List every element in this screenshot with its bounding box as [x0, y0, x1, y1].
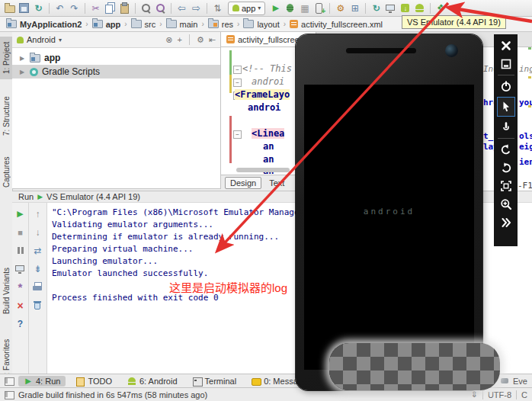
- undo-icon[interactable]: ↶: [53, 2, 66, 14]
- line-separator-icon[interactable]: ⇕: [471, 390, 478, 399]
- rotate-left-icon[interactable]: [498, 142, 514, 157]
- folder-icon: [131, 20, 142, 28]
- breadcrumb-item[interactable]: MyApplication2: [5, 20, 83, 29]
- run-toolbar-console: ↑ ↓ ⇄ ⇟: [29, 203, 47, 374]
- save-icon[interactable]: [18, 2, 30, 14]
- breadcrumb-item[interactable]: app: [91, 20, 123, 29]
- project-folder-icon: [6, 20, 17, 28]
- sdk-manager-icon[interactable]: [399, 2, 412, 14]
- sidebar-item-captures[interactable]: Captures: [0, 149, 12, 196]
- error-stripe-mark[interactable]: [528, 105, 531, 107]
- rerun-icon[interactable]: ▶: [14, 207, 27, 220]
- help-icon[interactable]: ?: [449, 2, 462, 14]
- minimize-icon[interactable]: [498, 56, 514, 72]
- emulator-screen[interactable]: android: [304, 85, 474, 370]
- pause-icon[interactable]: [14, 244, 27, 257]
- breadcrumb-item[interactable]: main: [165, 20, 200, 29]
- help-run-icon[interactable]: ?: [14, 317, 27, 330]
- redo-icon[interactable]: ↷: [68, 2, 81, 14]
- close-icon[interactable]: [498, 38, 514, 53]
- window-toggle-icon[interactable]: [5, 390, 14, 399]
- monitor-icon[interactable]: [14, 262, 27, 275]
- fold-marker-icon[interactable]: −: [233, 130, 242, 139]
- cursor-icon[interactable]: [497, 97, 515, 117]
- paste-icon[interactable]: [118, 2, 131, 14]
- breadcrumb-item[interactable]: src: [130, 20, 158, 29]
- power-icon[interactable]: [498, 79, 514, 94]
- trash-icon[interactable]: [31, 299, 44, 312]
- gradle-sync-icon[interactable]: ↻: [370, 2, 383, 14]
- status-divider: [516, 390, 517, 399]
- project-structure-icon[interactable]: ⊞: [348, 2, 361, 14]
- close-run-icon[interactable]: ×: [14, 299, 27, 312]
- run-icon[interactable]: ▶: [269, 2, 282, 14]
- code-fragment: -F1DD: [518, 181, 532, 191]
- fit-screen-icon[interactable]: [498, 178, 514, 194]
- tab-run[interactable]: ▶ 4: Run: [18, 376, 66, 387]
- attach-debugger-icon[interactable]: [312, 2, 325, 14]
- debug-icon[interactable]: [284, 2, 296, 14]
- breadcrumb-item[interactable]: layout: [242, 20, 280, 29]
- stop-icon[interactable]: ■: [14, 226, 27, 239]
- error-stripe-mark[interactable]: [528, 47, 531, 50]
- fold-marker-icon[interactable]: −: [233, 79, 242, 87]
- rotate-right-icon[interactable]: [498, 160, 514, 175]
- tab-terminal[interactable]: Terminal: [187, 376, 242, 387]
- vs-emulator-icon[interactable]: ❖: [434, 2, 447, 14]
- sync-icon[interactable]: ↻: [32, 2, 45, 14]
- sidebar-item-structure[interactable]: 7: Structure: [0, 88, 12, 143]
- censor-mosaic: [329, 343, 500, 390]
- context-indicator[interactable]: C: [521, 390, 527, 399]
- copy-icon[interactable]: [104, 2, 117, 14]
- back-icon[interactable]: ⇦: [175, 2, 188, 14]
- error-stripe-mark[interactable]: [528, 76, 531, 79]
- locate-icon[interactable]: +: [177, 35, 181, 44]
- fold-marker-icon[interactable]: −: [233, 66, 242, 74]
- tree-item-app[interactable]: ▶ app: [12, 51, 220, 65]
- replace-icon[interactable]: [154, 2, 167, 14]
- project-tree: ▶ app ▶ Gradle Scripts: [12, 48, 220, 79]
- softwrap-icon[interactable]: ⇄: [31, 244, 44, 257]
- coverage-icon[interactable]: ▦: [298, 2, 311, 14]
- collapse-all-icon[interactable]: ⊗: [165, 35, 172, 45]
- more-chevron-icon[interactable]: [498, 215, 514, 230]
- up-stack-icon[interactable]: ↑: [31, 207, 44, 220]
- run-configuration-selector[interactable]: app ▾: [228, 2, 265, 15]
- forward-icon[interactable]: ⇨: [190, 2, 203, 14]
- gear-icon[interactable]: ⚙: [197, 35, 204, 45]
- view-selector[interactable]: Android: [27, 35, 56, 44]
- tab-android[interactable]: 6: Android: [122, 376, 183, 387]
- tab-design[interactable]: Design: [225, 177, 261, 189]
- hide-panel-icon[interactable]: ⇤: [209, 35, 216, 45]
- wrench-icon[interactable]: ⚙: [334, 2, 347, 14]
- touch-icon[interactable]: [498, 120, 514, 135]
- toolbar-separator: [85, 3, 85, 14]
- printer-icon[interactable]: [31, 281, 44, 294]
- avd-manager-icon[interactable]: [413, 2, 426, 14]
- horizontal-scrollbar[interactable]: [236, 168, 290, 172]
- main-toolbar: ↻ ↶ ↷ ✂ ⇦ ⇨ ⇅ app ▾ ▶ ▦ ⚙ ⊞ ↻ ❖ ?: [0, 0, 532, 17]
- encoding-selector[interactable]: UTF-8: [488, 390, 511, 399]
- expander-icon[interactable]: ▶: [20, 69, 26, 75]
- tab-text[interactable]: Text: [269, 178, 284, 188]
- window-toggle-icon[interactable]: [5, 377, 14, 386]
- zoom-in-icon[interactable]: [498, 197, 514, 212]
- event-log[interactable]: Eve: [501, 377, 527, 386]
- cut-icon[interactable]: ✂: [89, 2, 102, 14]
- sidebar-item-project[interactable]: 1: Project: [0, 37, 12, 79]
- expander-icon[interactable]: ▶: [20, 55, 26, 62]
- sidebar-item-build-variants[interactable]: Build Variants: [0, 259, 12, 323]
- tree-item-gradle-scripts[interactable]: ▶ Gradle Scripts: [12, 65, 220, 79]
- breadcrumb-item[interactable]: res: [207, 20, 235, 29]
- sort-icon[interactable]: ⇅: [211, 2, 224, 14]
- down-stack-icon[interactable]: ↓: [31, 226, 44, 239]
- open-folder-icon[interactable]: [3, 2, 16, 14]
- tab-todo[interactable]: TODO: [70, 376, 117, 387]
- search-icon[interactable]: [139, 2, 152, 14]
- device-monitor-icon[interactable]: [384, 2, 397, 14]
- run-tab-label[interactable]: Run: [18, 192, 34, 201]
- emulator-window[interactable]: android: [296, 34, 482, 390]
- scroll-end-icon[interactable]: ⇟: [31, 262, 44, 275]
- pin-icon[interactable]: *: [14, 281, 27, 294]
- breadcrumb-item[interactable]: activity_fullscreen.xml: [288, 20, 384, 29]
